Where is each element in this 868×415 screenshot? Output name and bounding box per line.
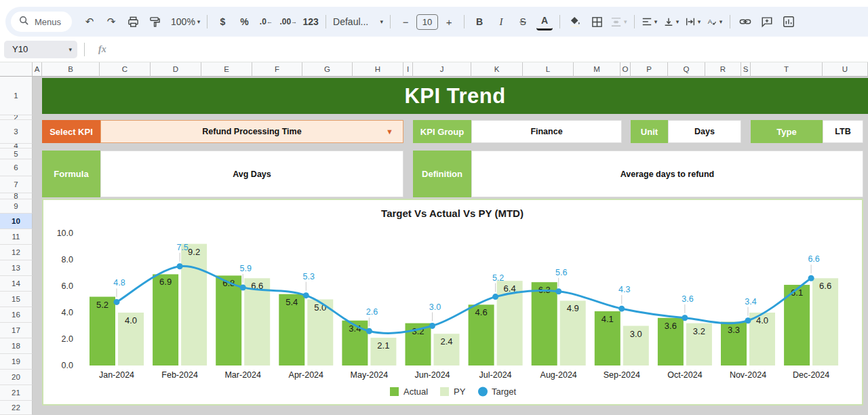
py-data-label: 2.1: [377, 340, 389, 351]
column-header-G[interactable]: G: [302, 62, 353, 77]
borders-button[interactable]: [589, 13, 605, 31]
insert-comment-button[interactable]: [759, 13, 775, 31]
row-header-17[interactable]: 17: [0, 323, 33, 338]
column-header-P[interactable]: P: [631, 62, 668, 77]
chart-bar-actual: [153, 274, 178, 365]
column-header-E[interactable]: E: [201, 62, 252, 77]
type-value[interactable]: LTB: [823, 120, 863, 143]
toolbar-divider: [326, 15, 326, 28]
row-header-13[interactable]: 13: [0, 260, 33, 276]
row-header-10[interactable]: 10: [0, 214, 33, 229]
column-header-O[interactable]: O: [620, 62, 631, 77]
unit-value[interactable]: Days: [668, 120, 741, 143]
google-sheets-window: Menus ↶ ↷ 100%▾ $ % .0← .00→ 123 Defaul.…: [0, 0, 868, 415]
row-header-20[interactable]: 20: [0, 370, 33, 385]
text-color-button[interactable]: A: [536, 13, 553, 31]
row-header-3[interactable]: 3: [0, 120, 33, 144]
row-header-21[interactable]: 21: [0, 385, 33, 401]
font-size-input[interactable]: 10: [416, 14, 438, 30]
select-all-corner[interactable]: [0, 62, 33, 77]
redo-button[interactable]: ↷: [103, 13, 119, 31]
row-headers: 12345678910111213141516171819202122: [0, 77, 33, 415]
target-point: [618, 306, 625, 312]
column-header-C[interactable]: C: [100, 62, 151, 77]
row-header-7[interactable]: 7: [0, 176, 33, 193]
actual-data-label: 5.4: [285, 297, 298, 307]
zoom-select[interactable]: 100%▾: [171, 13, 200, 31]
spreadsheet-grid: ABCDEFGHIJKLMOPQRSTU 1234567891011121314…: [0, 62, 868, 415]
kpi-select-dropdown[interactable]: Refund Processing Time ▼: [100, 120, 403, 143]
column-header-U[interactable]: U: [823, 62, 868, 77]
row-header-11[interactable]: 11: [0, 229, 33, 245]
column-header-A[interactable]: A: [33, 62, 42, 77]
column-header-H[interactable]: H: [353, 62, 403, 77]
row-header-6[interactable]: 6: [0, 159, 33, 176]
row-header-15[interactable]: 15: [0, 292, 33, 307]
undo-button[interactable]: ↶: [81, 13, 98, 31]
merge-cells-button[interactable]: ▾: [610, 13, 627, 31]
row-header-16[interactable]: 16: [0, 307, 33, 323]
formula-label: Formula: [42, 151, 100, 197]
name-box[interactable]: Y10 ▾: [4, 41, 77, 58]
paint-format-button[interactable]: [146, 13, 163, 31]
row-header-9[interactable]: 9: [0, 199, 33, 214]
format-currency-button[interactable]: $: [214, 13, 231, 31]
column-header-T[interactable]: T: [751, 62, 823, 77]
toolbar-divider: [634, 15, 635, 28]
text-rotation-button[interactable]: A ▾: [707, 13, 723, 31]
print-button[interactable]: [125, 13, 141, 31]
row-header-1[interactable]: 1: [0, 77, 33, 115]
column-header-L[interactable]: L: [523, 62, 574, 77]
more-number-formats-button[interactable]: 123: [302, 13, 319, 31]
toolbar-divider: [559, 15, 560, 28]
text-wrap-button[interactable]: ▾: [685, 13, 701, 31]
decrease-font-size-button[interactable]: −: [397, 13, 414, 31]
column-header-D[interactable]: D: [151, 62, 201, 77]
toolbar-divider: [730, 15, 730, 28]
definition-value[interactable]: Average days to refund: [471, 151, 863, 197]
row-header-18[interactable]: 18: [0, 338, 33, 354]
chevron-down-icon: ▾: [197, 18, 201, 25]
column-header-M[interactable]: M: [574, 62, 620, 77]
row-header-14[interactable]: 14: [0, 276, 33, 292]
row-header-8[interactable]: 8: [0, 193, 33, 199]
row-header-22[interactable]: 22: [0, 401, 33, 415]
column-header-F[interactable]: F: [252, 62, 302, 77]
kpi-trend-chart[interactable]: Target Vs Actual Vs PY (MTD)0.02.04.06.0…: [42, 199, 863, 406]
column-header-B[interactable]: B: [42, 62, 100, 77]
menus-search-box[interactable]: Menus: [11, 12, 72, 32]
increase-font-size-button[interactable]: +: [441, 13, 457, 31]
font-select[interactable]: Defaul...▾: [333, 13, 383, 31]
chart-title: Target Vs Actual Vs PY (MTD): [381, 208, 524, 219]
column-header-Q[interactable]: Q: [668, 62, 705, 77]
target-data-label: 3.4: [745, 297, 756, 307]
row-header-12[interactable]: 12: [0, 245, 33, 260]
horizontal-align-button[interactable]: ▾: [642, 13, 658, 31]
vertical-align-button[interactable]: ▾: [663, 13, 679, 31]
py-data-label: 3.0: [630, 329, 642, 339]
kpi-group-value[interactable]: Finance: [471, 120, 622, 143]
column-header-I[interactable]: I: [403, 62, 413, 77]
row-header-19[interactable]: 19: [0, 354, 33, 370]
format-percent-button[interactable]: %: [236, 13, 252, 31]
strikethrough-button[interactable]: S: [515, 13, 531, 31]
py-data-label: 9.2: [188, 247, 200, 257]
insert-chart-button[interactable]: [781, 13, 797, 31]
formula-value[interactable]: Avg Days: [100, 151, 403, 197]
row-header-2[interactable]: 2: [0, 115, 33, 120]
decrease-decimal-button[interactable]: .0←: [258, 13, 274, 31]
column-header-J[interactable]: J: [413, 62, 471, 77]
toolbar-divider: [464, 15, 465, 28]
increase-decimal-button[interactable]: .00→: [279, 13, 297, 31]
italic-button[interactable]: I: [493, 13, 509, 31]
column-header-K[interactable]: K: [471, 62, 523, 77]
column-header-R[interactable]: R: [705, 62, 741, 77]
column-header-S[interactable]: S: [741, 62, 751, 77]
insert-link-button[interactable]: [737, 13, 753, 31]
target-data-label: 5.3: [303, 272, 315, 281]
row-header-4[interactable]: 4: [0, 144, 33, 149]
row-header-5[interactable]: 5: [0, 149, 33, 159]
fx-icon: fx: [98, 44, 106, 55]
bold-button[interactable]: B: [471, 13, 488, 31]
fill-color-button[interactable]: [567, 13, 583, 31]
